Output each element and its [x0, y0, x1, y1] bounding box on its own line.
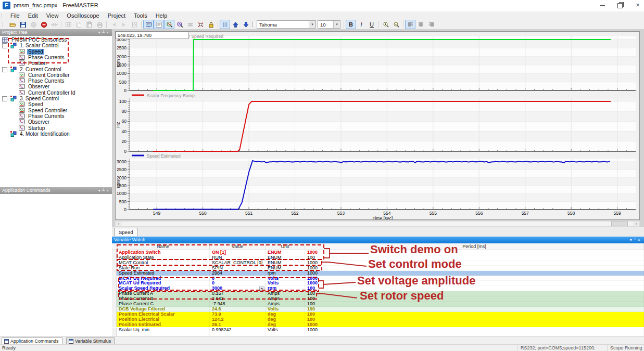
chevron-down-icon[interactable]: ▾: [98, 30, 102, 35]
close-icon[interactable]: ×: [106, 30, 110, 35]
zoom-out-button[interactable]: [391, 20, 401, 29]
algorithm-page-button[interactable]: [154, 20, 164, 29]
watch-row-position-electrical[interactable]: Position Electrical124.2deg100: [112, 317, 644, 322]
chevron-down-icon[interactable]: ▾: [98, 188, 102, 193]
menu-view[interactable]: View: [42, 12, 63, 19]
tree-item-phase-currents[interactable]: Phase Currents: [0, 55, 111, 60]
tree-item-startup[interactable]: Startup: [0, 125, 111, 131]
tree-item-label[interactable]: Startup: [27, 125, 46, 131]
project-options-button[interactable]: [63, 20, 73, 29]
watch-value[interactable]: SCALAR_CONTROL [0]: [210, 261, 266, 266]
watch-row-empty[interactable]: [112, 332, 644, 336]
watch-value[interactable]: RUN: [210, 255, 266, 261]
watch-column-name[interactable]: Name: [117, 243, 210, 250]
tree-item-3-speed-control[interactable]: -3. Speed Control: [0, 96, 111, 101]
italic-button[interactable]: I: [356, 20, 367, 29]
underline-button[interactable]: U: [367, 20, 377, 29]
save-button[interactable]: [18, 20, 28, 29]
oscilloscope-button[interactable]: [164, 20, 174, 29]
watch-value[interactable]: 0.157: [210, 291, 266, 296]
tree-item-label[interactable]: Current Controller Id: [27, 90, 77, 96]
scroll-left-icon[interactable]: ‹: [116, 222, 122, 226]
tree-item-phase-currents[interactable]: Phase Currents: [0, 113, 111, 119]
tree-item-observer[interactable]: Observer: [0, 84, 111, 89]
tree-item-label[interactable]: Speed: [27, 101, 44, 107]
menu-oscilloscope[interactable]: Oscilloscope: [62, 12, 103, 19]
zoom-in-button[interactable]: [381, 20, 391, 29]
watch-row-position-estimated[interactable]: Position Estimated26.1deg1000: [112, 322, 644, 328]
restore-button[interactable]: [611, 0, 629, 11]
menu-file[interactable]: File: [6, 12, 24, 19]
tree-item-label[interactable]: Current Controller: [27, 72, 70, 78]
control-page-button[interactable]: [143, 20, 154, 29]
tree-item-pmsm-foc-sensorless[interactable]: PMSM FOC Sensorless: [0, 37, 111, 43]
grid-view-button[interactable]: [220, 20, 230, 29]
close-icon[interactable]: ×: [106, 188, 110, 193]
bold-button[interactable]: B: [346, 20, 356, 29]
menu-tools[interactable]: Tools: [130, 12, 151, 19]
tree-item-label[interactable]: Observer: [27, 119, 50, 125]
disconnect-button[interactable]: [49, 20, 59, 29]
tree-item-label[interactable]: 3. Speed Control: [19, 96, 60, 101]
reload-button[interactable]: [129, 20, 140, 29]
tree-item-current-controller[interactable]: Current Controller: [0, 72, 111, 78]
oscilloscope-view[interactable]: 050010001500200025003000rpmScalar Speed …: [115, 31, 640, 220]
menu-edit[interactable]: Edit: [24, 12, 42, 19]
tree-item-label[interactable]: PMSM FOC Sensorless: [10, 37, 68, 43]
tree-expander-icon[interactable]: -: [2, 43, 7, 48]
open-button[interactable]: [7, 20, 18, 29]
close-button[interactable]: ×: [629, 0, 644, 11]
tree-item-label[interactable]: Phase Currents: [27, 78, 65, 84]
tree-item-speed-controller[interactable]: Speed Controller: [0, 108, 111, 113]
tab-speed[interactable]: Speed: [114, 228, 137, 236]
print-button[interactable]: [94, 20, 105, 29]
tree-item-label[interactable]: 2. Current Control: [19, 67, 62, 72]
watch-column-value[interactable]: Value: [210, 243, 266, 250]
pipes-button[interactable]: [185, 20, 195, 29]
watch-value[interactable]: 3000: [210, 286, 266, 291]
watch-value[interactable]: 0: [210, 276, 266, 281]
watch-row-scalar-uq-min[interactable]: Scalar Uq_min0.998242Volts1000: [112, 328, 644, 333]
tree-item-label[interactable]: 1. Scalar Control: [19, 43, 59, 48]
comm-button[interactable]: [28, 20, 39, 29]
tree-item-label[interactable]: Speed Controller: [27, 108, 68, 113]
watch-row-position-electrical-scalar[interactable]: Position Electrical Scalar73.9deg100: [112, 312, 644, 317]
tree-item-4-motor-identification[interactable]: 4. Motor Identification: [0, 131, 111, 137]
watch-value[interactable]: 0: [210, 281, 266, 286]
align-left-button[interactable]: [405, 20, 415, 29]
watch-value[interactable]: -7.948: [210, 302, 266, 307]
align-right-button[interactable]: [426, 20, 436, 29]
watch-value[interactable]: 2.643: [210, 296, 266, 302]
menu-help[interactable]: Help: [151, 12, 172, 19]
value-spinner-icon[interactable]: ▾: [259, 287, 264, 291]
scope-horizontal-scrollbar[interactable]: ‹ ›: [115, 221, 640, 227]
chevron-down-icon[interactable]: ▾: [309, 21, 315, 28]
tree-item-label[interactable]: Position: [27, 60, 48, 66]
menu-project[interactable]: Project: [104, 12, 130, 19]
scrollbar-thumb[interactable]: [611, 222, 628, 226]
watch-value[interactable]: 26.1: [210, 322, 266, 328]
recorder-button[interactable]: [174, 20, 185, 29]
lock-button[interactable]: [206, 20, 216, 29]
minimize-button[interactable]: [594, 0, 611, 11]
tree-item-label[interactable]: 4. Motor Identification: [19, 131, 71, 137]
tree-item-position[interactable]: Position: [0, 60, 111, 66]
move-down-button[interactable]: [241, 20, 251, 29]
watch-value[interactable]: 2984: [210, 271, 266, 276]
watch-column-period-ms[interactable]: Period [ms]: [305, 243, 644, 250]
tree-item-label[interactable]: Phase Currents: [27, 55, 65, 60]
align-center-button[interactable]: [415, 20, 426, 29]
watch-row-dcb-voltage-filtered[interactable]: DCB Voltage Filtered24.6Volts100: [112, 307, 644, 312]
watch-column-unit[interactable]: Unit: [266, 243, 305, 250]
watch-value[interactable]: SPIN: [210, 266, 266, 271]
font-size-combo[interactable]: 10 ▾: [318, 20, 340, 29]
watch-value[interactable]: 0.998242: [210, 328, 266, 333]
watch-value[interactable]: 24.6: [210, 307, 266, 312]
watch-value[interactable]: [210, 332, 266, 336]
stop-communication-button[interactable]: [39, 20, 49, 29]
scroll-right-icon[interactable]: ›: [633, 222, 639, 226]
tree-item-speed[interactable]: Speed: [0, 49, 111, 55]
tree-item-label[interactable]: Observer: [27, 84, 50, 89]
chevron-down-icon[interactable]: ▾: [630, 238, 634, 242]
move-up-button[interactable]: [230, 20, 241, 29]
